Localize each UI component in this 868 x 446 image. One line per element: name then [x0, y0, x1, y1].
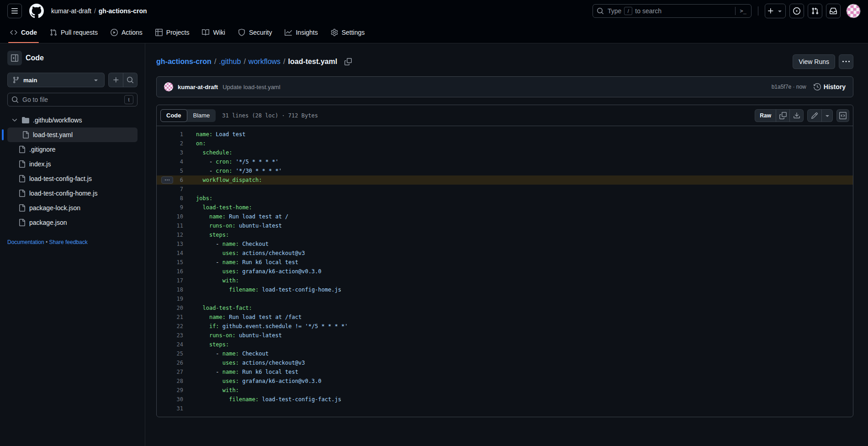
code-line: 13 - name: Checkout — [157, 239, 853, 249]
go-to-file-input[interactable] — [22, 96, 121, 103]
documentation-link[interactable]: Documentation — [7, 239, 44, 245]
tab-label: Security — [249, 29, 272, 36]
code-line: 9 load-test-home: — [157, 203, 853, 212]
line-number[interactable]: 10 — [157, 213, 183, 220]
branch-selector[interactable]: main — [7, 73, 105, 87]
gear-icon — [331, 29, 338, 36]
raw-button[interactable]: Raw — [755, 110, 776, 122]
code-line: 26 uses: actions/checkout@v3 — [157, 358, 853, 367]
pull-requests-button[interactable] — [808, 4, 822, 18]
breadcrumb-repo-link[interactable]: gh-actions-cron — [156, 58, 212, 66]
user-avatar[interactable] — [846, 4, 861, 18]
inbox-button[interactable] — [826, 4, 841, 18]
line-number[interactable]: 23 — [157, 332, 183, 339]
repo-link[interactable]: gh-actions-cron — [99, 7, 147, 15]
tree-item-index.js[interactable]: index.js — [7, 157, 138, 171]
line-number[interactable]: 14 — [157, 250, 183, 256]
line-number[interactable]: 15 — [157, 259, 183, 265]
line-number[interactable]: 26 — [157, 360, 183, 366]
line-number[interactable]: 1 — [157, 131, 183, 138]
edit-options-button[interactable] — [821, 110, 832, 122]
line-number[interactable]: 16 — [157, 268, 183, 275]
tree-item-package.json[interactable]: package.json — [7, 215, 138, 230]
create-new-button[interactable] — [765, 4, 786, 18]
tab-code-view[interactable]: Code — [160, 109, 187, 122]
owner-link[interactable]: kumar-at-draft — [51, 7, 91, 15]
tab-security[interactable]: Security — [232, 22, 279, 43]
line-options-button[interactable] — [161, 176, 173, 184]
global-search-input[interactable]: Type / to search >_ — [593, 4, 752, 18]
code-line: 31 — [157, 404, 853, 413]
command-palette-icon[interactable]: >_ — [735, 7, 747, 15]
edit-file-button[interactable] — [808, 110, 821, 122]
line-number[interactable]: 7 — [157, 186, 183, 192]
tab-insights[interactable]: Insights — [278, 22, 324, 43]
issues-button[interactable] — [789, 4, 804, 18]
file-icon — [18, 160, 26, 168]
breadcrumb-dir-link[interactable]: workflows — [249, 58, 281, 66]
line-number[interactable]: 19 — [157, 296, 183, 302]
code-line: 22 if: github.event.schedule != '*/5 * *… — [157, 322, 853, 331]
line-number[interactable]: 2 — [157, 140, 183, 147]
tree-item-load-test-config-fact.js[interactable]: load-test-config-fact.js — [7, 171, 138, 186]
line-number[interactable]: 28 — [157, 378, 183, 384]
tab-actions[interactable]: Actions — [104, 22, 149, 43]
line-content: load-test-fact: — [196, 305, 252, 311]
code-line: 27 - name: Run k6 local test — [157, 367, 853, 377]
tab-projects[interactable]: Projects — [149, 22, 196, 43]
line-number[interactable]: 4 — [157, 159, 183, 165]
line-number[interactable]: 8 — [157, 195, 183, 202]
download-raw-button[interactable] — [789, 110, 803, 122]
breadcrumb-dir-link[interactable]: .github — [219, 58, 241, 66]
commit-author-avatar[interactable] — [164, 82, 173, 91]
line-number[interactable]: 30 — [157, 396, 183, 403]
line-number[interactable]: 5 — [157, 168, 183, 174]
view-runs-button[interactable]: View Runs — [793, 54, 835, 69]
line-number[interactable]: 21 — [157, 314, 183, 320]
line-number[interactable]: 9 — [157, 204, 183, 211]
tree-item-.github/workflows[interactable]: .github/workflows — [7, 113, 138, 127]
line-content: - name: Checkout — [196, 241, 269, 247]
line-number[interactable]: 18 — [157, 287, 183, 293]
hamburger-icon — [11, 7, 18, 15]
history-button[interactable]: History — [814, 83, 846, 90]
line-number[interactable]: 12 — [157, 232, 183, 238]
line-number[interactable]: 29 — [157, 387, 183, 393]
tree-item-.gitignore[interactable]: .gitignore — [7, 142, 138, 157]
code-line: 12 steps: — [157, 230, 853, 239]
line-number[interactable]: 17 — [157, 277, 183, 284]
copy-raw-button[interactable] — [776, 110, 789, 122]
line-number[interactable]: 31 — [157, 405, 183, 412]
new-file-button[interactable] — [109, 73, 123, 87]
hamburger-menu-button[interactable] — [7, 4, 22, 18]
line-number[interactable]: 27 — [157, 369, 183, 375]
tree-item-load-test.yaml[interactable]: load-test.yaml — [7, 127, 138, 142]
symbols-panel-button[interactable] — [836, 109, 849, 122]
line-number[interactable]: 3 — [157, 149, 183, 156]
line-number[interactable]: 11 — [157, 223, 183, 229]
line-number[interactable]: 20 — [157, 305, 183, 311]
copy-path-button[interactable] — [343, 56, 354, 67]
tab-wiki[interactable]: Wiki — [196, 22, 231, 43]
sidebar-title: Code — [26, 54, 44, 62]
github-logo[interactable] — [29, 4, 44, 18]
commit-message-link[interactable]: Update load-test.yaml — [222, 84, 280, 90]
commit-author-link[interactable]: kumar-at-draft — [178, 84, 218, 90]
tab-pull-requests[interactable]: Pull requests — [43, 22, 104, 43]
collapse-sidebar-button[interactable] — [7, 51, 22, 65]
tab-settings[interactable]: Settings — [324, 22, 371, 43]
line-number[interactable]: 25 — [157, 350, 183, 357]
tree-item-load-test-config-home.js[interactable]: load-test-config-home.js — [7, 186, 138, 201]
tab-code[interactable]: Code — [4, 22, 43, 43]
share-feedback-link[interactable]: Share feedback — [49, 239, 88, 245]
tab-blame-view[interactable]: Blame — [187, 109, 216, 122]
search-tree-button[interactable] — [123, 73, 137, 87]
line-content: - cron: '*/5 * * * *' — [196, 159, 279, 165]
line-number[interactable]: 13 — [157, 241, 183, 247]
line-number[interactable]: 24 — [157, 341, 183, 348]
file-options-button[interactable] — [839, 54, 853, 69]
line-number[interactable]: 22 — [157, 323, 183, 329]
code-line: 15 - name: Run k6 local test — [157, 258, 853, 267]
tree-item-label: index.js — [29, 160, 51, 168]
tree-item-package-lock.json[interactable]: package-lock.json — [7, 201, 138, 215]
